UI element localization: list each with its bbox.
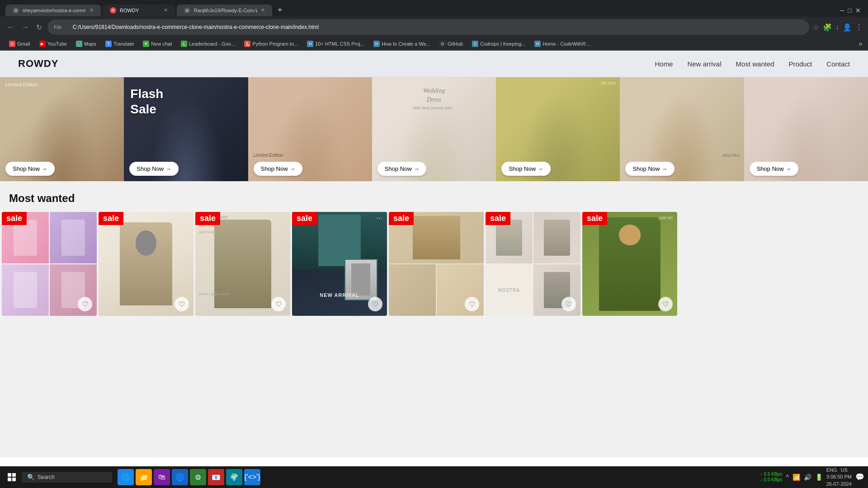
- heart-btn-4[interactable]: ♡: [368, 297, 382, 311]
- profile-icon[interactable]: 👤: [843, 23, 852, 32]
- bookmark-translate-label: Translate: [113, 41, 134, 47]
- hero-shopnow-3[interactable]: Shop Now →: [254, 162, 303, 176]
- tab3-favicon: G: [184, 7, 190, 14]
- bookmark-newchat[interactable]: ✦ New chat: [139, 39, 175, 48]
- taskbar-app-mail[interactable]: 📧: [208, 469, 224, 485]
- bookmark-youtube[interactable]: ▶ YouTube: [36, 39, 71, 48]
- notifications-icon[interactable]: 💬: [855, 473, 864, 481]
- bookmark-codrops[interactable]: C Codrops | Keeping...: [468, 39, 529, 48]
- browser-tab-3[interactable]: G RanjithJo19/Rowdy-E-Com-We... ✕: [177, 5, 272, 16]
- product3-label3: gold hoop: [199, 230, 215, 234]
- nav-most-wanted[interactable]: Most wanted: [736, 60, 774, 68]
- bookmark-leaderboard[interactable]: L Leaderboard - Goo...: [177, 39, 239, 48]
- hero1-label: Limited Edition: [5, 82, 38, 87]
- bookmark-github[interactable]: ⊙ GitHub: [436, 39, 467, 48]
- heart-btn-6[interactable]: ♡: [561, 297, 576, 311]
- taskbar-app-browser[interactable]: 🌀: [172, 469, 188, 485]
- extensions-icon[interactable]: 🧩: [823, 23, 832, 32]
- taskbar-search[interactable]: 🔍 Search: [22, 472, 112, 483]
- nav-home[interactable]: Home: [655, 60, 673, 68]
- start-button[interactable]: [4, 469, 20, 485]
- forward-button[interactable]: →: [20, 21, 31, 33]
- tab2-close[interactable]: ✕: [164, 7, 168, 13]
- lang: ENG: [826, 467, 837, 474]
- taskbar: 🔍 Search 🌐 📁 🛍 🌀 ⚙ 📧 🌍 {'<>'} ↑: [0, 466, 868, 488]
- volume-icon[interactable]: 🔊: [804, 474, 811, 481]
- tab-bar: G sheyamvictor/nostra-e-comme... ✕ R ROW…: [0, 0, 868, 17]
- heart-btn-1[interactable]: ♡: [78, 297, 92, 311]
- reload-button[interactable]: ↻: [34, 21, 44, 33]
- python-favicon: 🐍: [244, 41, 250, 47]
- network-up: ↓ 0.0 KBps: [760, 477, 782, 482]
- bookmark-translate[interactable]: T Translate: [102, 39, 137, 48]
- bookmark-html-label: 10+ HTML CSS Proj...: [315, 41, 364, 47]
- nav-new-arrival[interactable]: New arrival: [688, 60, 722, 68]
- product6-fig2: [544, 220, 570, 256]
- tab3-close[interactable]: ✕: [261, 7, 265, 13]
- tray-arrow[interactable]: ^: [786, 474, 789, 481]
- new-tab-button[interactable]: +: [274, 4, 286, 17]
- hero-card3-content: Shop Now →: [248, 156, 372, 181]
- nav-contact[interactable]: Contact: [826, 60, 850, 68]
- bookmark-python[interactable]: 🐍 Python Program to...: [241, 39, 302, 48]
- close-button[interactable]: ✕: [855, 7, 861, 14]
- heart-btn-2[interactable]: ♡: [175, 297, 189, 311]
- product-card-1: sale ♡: [2, 212, 97, 316]
- product-card-2: sale ♡: [99, 212, 193, 316]
- battery-icon[interactable]: 🔋: [815, 474, 823, 481]
- heart-btn-3[interactable]: ♡: [271, 297, 286, 311]
- hero-shopnow-5[interactable]: Shop Now →: [501, 162, 551, 176]
- hero-shopnow-2[interactable]: Shop Now →: [129, 162, 179, 176]
- product4-menu-icon[interactable]: ⋯: [376, 215, 382, 222]
- taskbar-search-label: Search: [38, 474, 55, 480]
- taskbar-app-code[interactable]: {'<>'}: [244, 469, 260, 485]
- heart-btn-5[interactable]: ♡: [465, 297, 479, 311]
- sale-badge-3: sale: [195, 212, 220, 225]
- network-icon[interactable]: 📶: [793, 474, 800, 481]
- sys-tray: ^ 📶 🔊 🔋: [786, 474, 823, 481]
- hero-card-3: Limited Edition Shop Now →: [248, 77, 372, 181]
- taskbar-app-chrome[interactable]: 🌍: [226, 469, 242, 485]
- lang-region: ENG US: [826, 467, 852, 474]
- taskbar-app-settings[interactable]: ⚙: [190, 469, 206, 485]
- product-card-4: sale NEW ARRIVAL ⋯ ♡: [292, 212, 387, 316]
- hero-card-4: WeddingDress With best service with... S…: [372, 77, 496, 181]
- back-button[interactable]: ←: [5, 21, 16, 33]
- taskbar-app-store[interactable]: 🛍: [154, 469, 170, 485]
- wedding-subtitle: With best service with...: [378, 106, 490, 110]
- bookmark-gmail[interactable]: G Gmail: [5, 39, 34, 48]
- more-icon[interactable]: ⋮: [855, 23, 863, 32]
- youtube-favicon: ▶: [39, 41, 46, 47]
- nav-product[interactable]: Product: [789, 60, 812, 68]
- hero-shopnow-4[interactable]: Shop Now →: [377, 162, 427, 176]
- download-icon[interactable]: ↓: [835, 23, 839, 31]
- time: 3:06:50 PM: [826, 474, 852, 480]
- heart-btn-7[interactable]: ♡: [658, 297, 673, 311]
- bookmark-star-icon[interactable]: ☆: [813, 23, 819, 32]
- taskbar-app-edge[interactable]: 🌐: [118, 469, 134, 485]
- time-date: ENG US 3:06:50 PM 26-07-2024: [826, 467, 852, 488]
- tab3-label: RanjithJo19/Rowdy-E-Com-We...: [194, 8, 257, 13]
- bookmark-maps[interactable]: 📍 Maps: [72, 39, 100, 48]
- browser-tab-2[interactable]: R ROWDY ✕: [103, 5, 175, 16]
- product3-label4: green jogger pants: [199, 292, 229, 296]
- hero5-top-label: The Erin: [600, 81, 615, 85]
- hero-card1-content: Shop Now →: [0, 156, 124, 181]
- hero-card6-content: Shop Now →: [620, 156, 744, 181]
- tab1-close[interactable]: ✕: [90, 7, 94, 13]
- bookmark-html[interactable]: H 10+ HTML CSS Proj...: [303, 39, 368, 48]
- hero-shopnow-1[interactable]: Shop Now →: [5, 162, 55, 176]
- bookmark-codewith[interactable]: H Home - CodeWithR...: [531, 39, 594, 48]
- maximize-button[interactable]: □: [848, 7, 852, 14]
- address-input[interactable]: [66, 21, 803, 33]
- taskbar-apps: 🌐 📁 🛍 🌀 ⚙ 📧 🌍 {'<>'}: [118, 469, 260, 485]
- minimize-button[interactable]: ─: [840, 7, 844, 14]
- hero-shopnow-6[interactable]: Shop Now →: [625, 162, 675, 176]
- browser-tab-1[interactable]: G sheyamvictor/nostra-e-comme... ✕: [5, 5, 101, 16]
- product7-head: [619, 225, 641, 245]
- hero-shopnow-7[interactable]: Shop Now →: [750, 162, 799, 176]
- bookmarks-more-icon[interactable]: »: [859, 40, 863, 48]
- most-wanted-title: Most wanted: [0, 192, 868, 212]
- taskbar-app-files[interactable]: 📁: [136, 469, 152, 485]
- bookmark-howto[interactable]: H How to Create a We...: [370, 39, 434, 48]
